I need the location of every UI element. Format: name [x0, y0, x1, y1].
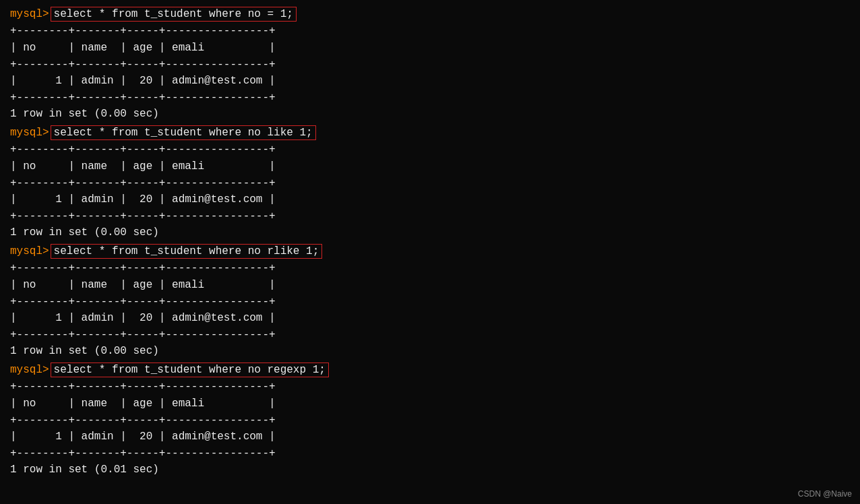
prompt-4: mysql>	[10, 364, 49, 376]
terminal-block-4: mysql> select * from t_student where no …	[10, 363, 850, 476]
table-3: +--------+-------+-----+----------------…	[10, 260, 850, 344]
table-row: | 1 | admin | 20 | admin@test.com |	[10, 429, 850, 445]
table-row: +--------+-------+-----+----------------…	[10, 379, 850, 396]
table-row: | 1 | admin | 20 | admin@test.com |	[10, 310, 850, 327]
result-line-2: 1 row in set (0.00 sec)	[10, 226, 850, 239]
prompt-line-4: mysql> select * from t_student where no …	[10, 363, 850, 377]
table-row: +--------+-------+-----+----------------…	[10, 23, 850, 40]
table-row: | 1 | admin | 20 | admin@test.com |	[10, 191, 850, 208]
table-row: +--------+-------+-----+----------------…	[10, 327, 850, 344]
table-row: | no | name | age | emali |	[10, 40, 850, 57]
terminal: mysql> select * from t_student where no …	[10, 7, 850, 476]
table-row: +--------+-------+-----+----------------…	[10, 208, 850, 225]
table-row: +--------+-------+-----+----------------…	[10, 412, 850, 429]
table-row: +--------+-------+-----+----------------…	[10, 260, 850, 277]
table-4: +--------+-------+-----+----------------…	[10, 379, 850, 462]
terminal-block-2: mysql> select * from t_student where no …	[10, 125, 850, 239]
table-row: +--------+-------+-----+----------------…	[10, 57, 850, 73]
terminal-block-3: mysql> select * from t_student where no …	[10, 244, 850, 357]
table-2: +--------+-------+-----+----------------…	[10, 141, 850, 225]
command-4: select * from t_student where no regexp …	[51, 363, 329, 377]
table-row: +--------+-------+-----+----------------…	[10, 445, 850, 462]
prompt-line-1: mysql> select * from t_student where no …	[10, 7, 850, 22]
prompt-1: mysql>	[10, 8, 49, 20]
prompt-2: mysql>	[10, 127, 49, 139]
result-line-4: 1 row in set (0.01 sec)	[10, 464, 850, 476]
table-row: +--------+-------+-----+----------------…	[10, 294, 850, 311]
terminal-block-1: mysql> select * from t_student where no …	[10, 7, 850, 120]
table-row: | no | name | age | emali |	[10, 158, 850, 175]
result-line-1: 1 row in set (0.00 sec)	[10, 108, 850, 120]
prompt-line-2: mysql> select * from t_student where no …	[10, 125, 850, 140]
command-1: select * from t_student where no = 1;	[51, 7, 297, 22]
table-1: +--------+-------+-----+----------------…	[10, 23, 850, 106]
command-3: select * from t_student where no rlike 1…	[51, 244, 323, 259]
table-row: +--------+-------+-----+----------------…	[10, 90, 850, 106]
table-row: | no | name | age | emali |	[10, 396, 850, 412]
table-row: +--------+-------+-----+----------------…	[10, 141, 850, 158]
prompt-3: mysql>	[10, 245, 49, 257]
table-row: | no | name | age | emali |	[10, 277, 850, 294]
prompt-line-3: mysql> select * from t_student where no …	[10, 244, 850, 259]
result-line-3: 1 row in set (0.00 sec)	[10, 345, 850, 357]
command-2: select * from t_student where no like 1;	[51, 125, 316, 140]
table-row: | 1 | admin | 20 | admin@test.com |	[10, 73, 850, 90]
watermark: CSDN @Naive	[798, 489, 852, 499]
table-row: +--------+-------+-----+----------------…	[10, 175, 850, 192]
